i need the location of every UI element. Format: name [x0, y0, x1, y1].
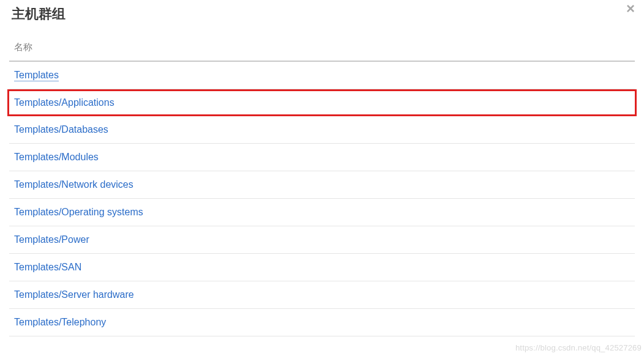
list-item: Templates/Telephony	[9, 309, 635, 336]
list-item: Templates/Server hardware	[9, 281, 635, 309]
list-item: Templates/Network devices	[9, 171, 635, 199]
host-group-link[interactable]: Templates/Telephony	[14, 317, 106, 327]
host-group-table: 名称 TemplatesTemplates/ApplicationsTempla…	[9, 34, 635, 336]
host-group-dialog: 主机群组 × 名称 TemplatesTemplates/Application…	[0, 0, 644, 336]
column-header-name: 名称	[9, 34, 635, 62]
list-item: Templates/Operating systems	[9, 199, 635, 226]
host-group-link[interactable]: Templates/SAN	[14, 262, 81, 272]
list-item: Templates/Power	[9, 226, 635, 254]
host-group-link[interactable]: Templates/Server hardware	[14, 289, 134, 300]
host-group-link[interactable]: Templates/Operating systems	[14, 207, 143, 217]
host-group-link[interactable]: Templates/Power	[14, 234, 89, 245]
host-group-link[interactable]: Templates	[14, 70, 59, 81]
list-item: Templates/SAN	[9, 254, 635, 281]
dialog-header: 主机群组 ×	[9, 5, 635, 34]
watermark-text: https://blog.csdn.net/qq_42527269	[515, 343, 642, 352]
host-group-link[interactable]: Templates/Modules	[14, 152, 99, 162]
list-item: Templates/Databases	[9, 116, 635, 144]
list-item: Templates/Applications	[7, 89, 637, 116]
dialog-title: 主机群组	[9, 5, 66, 23]
list-item: Templates	[9, 62, 635, 89]
list-item: Templates/Modules	[9, 144, 635, 171]
close-icon[interactable]: ×	[626, 1, 635, 16]
host-group-link[interactable]: Templates/Applications	[14, 97, 114, 108]
host-group-link[interactable]: Templates/Databases	[14, 124, 108, 135]
host-group-link[interactable]: Templates/Network devices	[14, 179, 133, 190]
